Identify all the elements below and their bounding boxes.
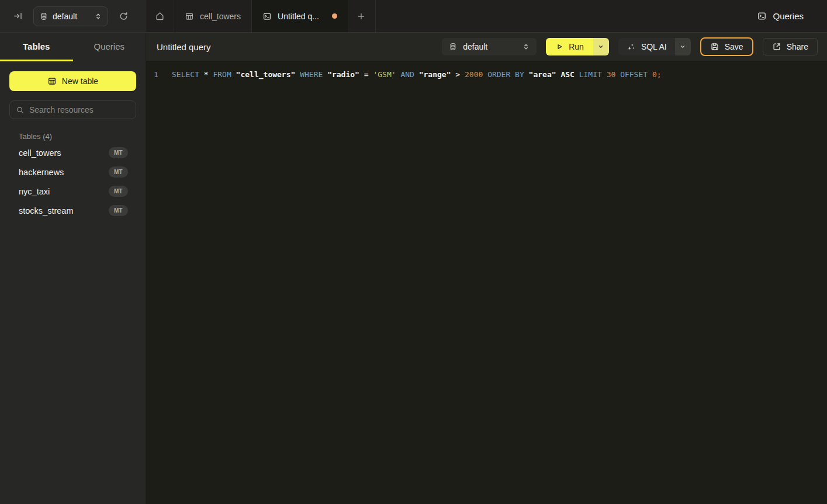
new-table-button-label: New table — [62, 77, 98, 86]
tab-strip: cell_towers Untitled q... — [146, 0, 376, 32]
sidebar-tab-label: Queries — [94, 41, 124, 51]
toolbar-actions: default Run — [442, 37, 818, 56]
chevron-down-icon — [679, 43, 686, 50]
tab-cell-towers[interactable]: cell_towers — [174, 0, 252, 32]
top-bar-left: default — [0, 0, 146, 32]
table-name: hackernews — [19, 168, 109, 177]
refresh-button[interactable] — [119, 11, 129, 21]
database-selector-top[interactable]: default — [33, 6, 108, 26]
table-icon — [47, 77, 57, 86]
top-bar-right: Queries — [757, 0, 827, 32]
table-name: cell_towers — [19, 148, 109, 158]
save-icon — [710, 42, 719, 51]
run-button-label: Run — [569, 42, 584, 51]
search-input[interactable] — [29, 105, 135, 114]
play-icon — [555, 43, 563, 51]
share-button-label: Share — [787, 42, 808, 51]
sidebar-tab-queries[interactable]: Queries — [73, 33, 146, 61]
sidebar: Tables Queries New table Tables ( — [0, 33, 146, 504]
line-number: 1 — [148, 69, 164, 81]
chevron-down-icon — [597, 43, 604, 50]
queries-button-label: Queries — [773, 11, 804, 21]
refresh-icon — [119, 11, 129, 21]
sql-ai-options-button[interactable] — [675, 38, 691, 55]
table-list: cell_towers MT hackernews MT nyc_taxi MT… — [0, 143, 146, 220]
save-button[interactable]: Save — [700, 37, 753, 56]
collapse-sidebar-button[interactable] — [13, 11, 23, 21]
table-engine-badge: MT — [109, 147, 128, 158]
code-line-1: 1 SELECT * FROM "cell_towers" WHERE "rad… — [146, 69, 827, 81]
table-engine-badge: MT — [109, 186, 128, 197]
tab-home[interactable] — [146, 0, 174, 32]
chevron-updown-icon — [523, 43, 530, 51]
table-row-stocks-stream[interactable]: stocks_stream MT — [0, 201, 146, 220]
sql-code[interactable]: SELECT * FROM "cell_towers" WHERE "radio… — [172, 69, 662, 81]
app-shell: Tables Queries New table Tables ( — [0, 33, 827, 504]
database-selector-toolbar[interactable]: default — [442, 38, 537, 55]
arrow-bar-right-icon — [13, 11, 23, 21]
plus-icon — [357, 12, 366, 21]
table-row-cell-towers[interactable]: cell_towers MT — [0, 143, 146, 162]
home-icon — [155, 11, 165, 21]
run-split-button: Run — [546, 38, 609, 55]
run-button[interactable]: Run — [546, 38, 593, 55]
new-tab-button[interactable] — [348, 0, 376, 32]
sparkles-icon — [627, 42, 636, 51]
top-bar: default cell — [0, 0, 827, 33]
tab-untitled-query[interactable]: Untitled q... — [252, 0, 348, 32]
database-icon — [40, 12, 48, 20]
tables-section-title: Tables (4) — [0, 132, 146, 141]
sidebar-tab-label: Tables — [23, 41, 50, 51]
table-row-nyc-taxi[interactable]: nyc_taxi MT — [0, 182, 146, 201]
tab-label: cell_towers — [200, 12, 241, 21]
database-icon — [449, 43, 457, 51]
sql-ai-split-button: SQL AI — [618, 38, 691, 55]
sidebar-tabs: Tables Queries — [0, 33, 146, 61]
query-toolbar: Untitled query default — [146, 33, 827, 61]
queries-button[interactable]: Queries — [757, 11, 804, 21]
table-engine-badge: MT — [109, 205, 128, 216]
search-icon — [16, 106, 25, 114]
sidebar-tab-tables[interactable]: Tables — [0, 33, 73, 61]
database-selector-toolbar-value: default — [463, 42, 517, 51]
main-panel: Untitled query default — [146, 33, 827, 504]
sql-editor[interactable]: 1 SELECT * FROM "cell_towers" WHERE "rad… — [146, 61, 827, 504]
table-name: stocks_stream — [19, 206, 109, 215]
run-options-button[interactable] — [593, 38, 609, 55]
save-button-label: Save — [725, 42, 743, 51]
share-button[interactable]: Share — [763, 38, 818, 55]
sql-ai-button[interactable]: SQL AI — [618, 38, 675, 55]
unsaved-changes-dot — [332, 13, 337, 19]
search-box — [9, 100, 136, 119]
sql-ai-button-label: SQL AI — [641, 42, 667, 51]
query-terminal-icon — [757, 11, 767, 21]
new-table-button[interactable]: New table — [9, 71, 136, 91]
table-engine-badge: MT — [109, 166, 128, 178]
app-root: default cell — [0, 0, 827, 504]
share-icon — [772, 42, 781, 51]
table-icon — [185, 12, 194, 21]
query-terminal-icon — [262, 12, 272, 21]
table-name: nyc_taxi — [19, 187, 109, 196]
chevron-updown-icon — [95, 12, 102, 20]
query-title: Untitled query — [157, 42, 211, 52]
table-row-hackernews[interactable]: hackernews MT — [0, 162, 146, 182]
tab-label: Untitled q... — [278, 12, 319, 21]
database-selector-top-value: default — [53, 12, 90, 21]
